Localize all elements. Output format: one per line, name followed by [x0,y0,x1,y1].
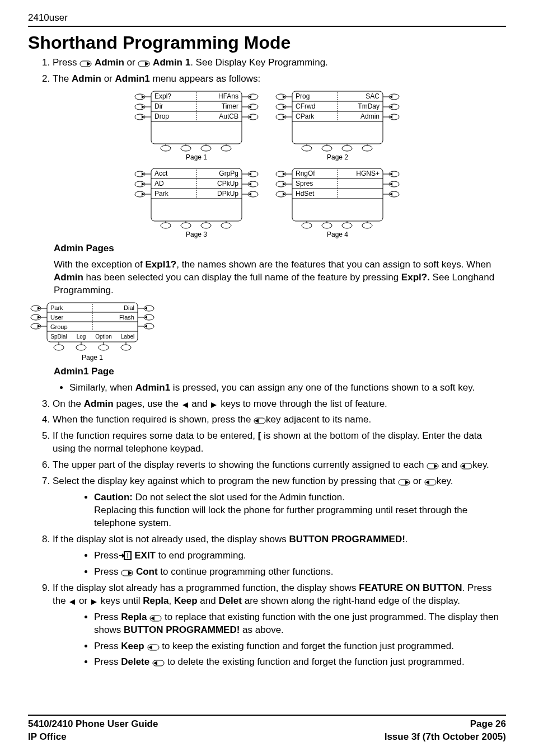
svg-point-27 [181,145,191,151]
svg-point-63 [362,145,372,151]
svg-text:Page 3: Page 3 [186,231,207,238]
admin-pages-figure: Expl?HFAns DirTimer DropAutCB Page [28,90,506,240]
lcd-page-2: ProgSAC CFrwdTmDay CParkAdmin Page 2 [273,90,402,163]
svg-point-59 [322,145,332,151]
admin-pages-label: Admin Pages [54,242,506,255]
step-3: On the Admin pages, use the and keys to … [53,398,506,411]
left-arrow-icon [68,599,76,605]
svg-text:SpDial: SpDial [50,334,67,340]
page-header: 2410user [28,12,506,27]
svg-point-158 [99,345,109,350]
svg-point-57 [302,145,312,151]
softkey-right-icon [138,60,150,67]
svg-point-154 [54,345,64,350]
softkey-row [161,144,231,151]
right-arrow-icon [90,599,98,605]
step-4: When the function required is shown, pre… [53,414,506,426]
step9-repla: Press Repla to replace that existing fun… [94,611,506,637]
softkey-right-icon [121,570,133,576]
svg-text:Dir: Dir [154,102,163,110]
svg-point-25 [161,145,171,151]
doc-id: 2410user [28,12,68,23]
exit-icon [118,551,132,560]
svg-text:AutCB: AutCB [219,112,238,120]
svg-text:Expl?: Expl? [154,92,171,100]
lcd-page-1: Expl?HFAns DirTimer DropAutCB Page [132,90,261,163]
svg-text:HGNS+: HGNS+ [356,170,380,177]
svg-point-156 [76,345,86,350]
svg-point-95 [221,223,231,228]
step-1: Press Admin or Admin 1. See Display Key … [53,57,506,69]
svg-text:AD: AD [154,180,164,187]
right-arrow-icon [210,402,218,408]
softkey-left-icon [460,463,472,469]
svg-point-160 [121,345,131,350]
softkey-left-icon [147,644,160,651]
svg-text:TmDay: TmDay [358,102,380,110]
svg-text:CPkUp: CPkUp [217,180,238,187]
step9-keep: Press Keep to keep the existing function… [94,640,506,653]
footer-product: IP Office [28,731,158,744]
svg-text:GrpPg: GrpPg [219,170,238,177]
svg-text:Page 1: Page 1 [82,354,103,361]
svg-text:Flash: Flash [119,314,134,321]
svg-text:User: User [50,314,64,321]
body-content: Press Admin or Admin 1. See Display Key … [28,57,506,669]
admin-pages-paragraph: With the exception of Expl1?, the names … [54,259,506,297]
left-arrow-icon [181,402,189,408]
caution-bullet: Caution: Do not select the slot used for… [94,491,506,530]
softkey-left-icon [149,615,162,622]
svg-point-121 [322,223,332,228]
svg-text:RngOf: RngOf [296,170,315,177]
svg-point-123 [342,223,352,228]
svg-point-31 [221,145,231,151]
lcd-page-4: RngOfHGNS+ Spres HdSet Page 4 [273,167,402,240]
softkey-left-icon [254,417,266,424]
svg-text:Group: Group [50,323,68,330]
svg-point-89 [161,223,171,228]
svg-text:CFrwd: CFrwd [296,102,315,110]
svg-text:Acct: Acct [154,170,168,177]
page-title: Shorthand Programming Mode [28,32,506,53]
svg-point-93 [201,223,211,228]
softkey-right-icon [427,463,439,469]
svg-text:Admin: Admin [360,112,380,120]
svg-point-119 [302,223,312,228]
svg-text:Drop: Drop [154,112,169,120]
step-6: The upper part of the display reverts to… [53,459,506,472]
lcd-admin1-page-1: ParkDial UserFlash Group SpDial Log Opti… [28,302,157,363]
svg-text:Log: Log [77,334,86,340]
step8-exit: Press EXIT to end programming. [94,550,506,562]
step8-cont: Press Cont to continue programming other… [94,566,506,579]
svg-text:DPkUp: DPkUp [217,190,238,198]
svg-text:Park: Park [154,190,169,198]
svg-text:Timer: Timer [222,102,238,110]
svg-text:SAC: SAC [366,92,380,100]
footer-issue: Issue 3f (7th October 2005) [385,731,506,744]
svg-text:Prog: Prog [296,92,310,100]
admin1-figure: ParkDial UserFlash Group SpDial Log Opti… [28,302,506,363]
svg-text:HdSet: HdSet [296,190,315,198]
svg-text:HFAns: HFAns [218,92,238,100]
step-7: Select the display key against which to … [53,475,506,530]
footer-guide-title: 5410/2410 Phone User Guide [28,718,158,731]
page-footer: 5410/2410 Phone User Guide IP Office Pag… [28,715,506,744]
svg-text:Spres: Spres [296,180,313,187]
svg-text:Page 4: Page 4 [327,231,348,238]
step-2: The Admin or Admin1 menu appears as foll… [53,73,506,86]
svg-point-125 [362,223,372,228]
lcd-page-3: AcctGrpPg ADCPkUp ParkDPkUp Page 3 [132,167,261,240]
svg-text:Page 1: Page 1 [186,153,207,161]
footer-page-number: Page 26 [385,718,506,731]
step-8: If the display slot is not already used,… [53,533,506,579]
svg-point-61 [342,145,352,151]
svg-text:Dial: Dial [124,304,134,311]
svg-text:CPark: CPark [296,112,315,120]
svg-text:Option: Option [95,334,111,340]
step9-delete: Press Delete to delete the existing func… [94,656,506,669]
softkey-left-icon [152,660,165,666]
softkey-right-icon [398,479,410,486]
admin1-bullet: Similarly, when Admin1 is pressed, you c… [69,382,506,395]
svg-text:Page 2: Page 2 [327,153,348,161]
step-5: If the function requires some data to be… [53,430,506,456]
